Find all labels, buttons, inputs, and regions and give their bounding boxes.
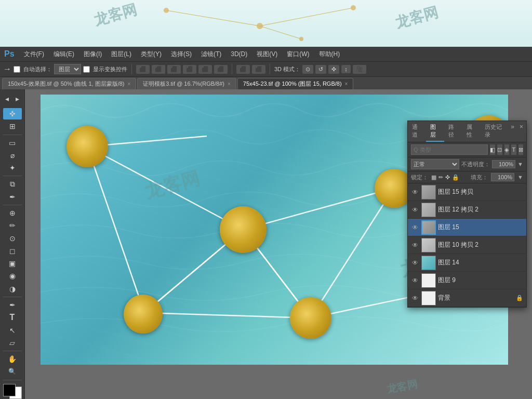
menu-window[interactable]: 窗口(W) — [283, 49, 313, 60]
layer-eye-14[interactable]: 👁 — [411, 259, 419, 267]
brush-tool[interactable]: ✏ — [3, 220, 22, 231]
menu-type[interactable]: 类型(Y) — [137, 49, 166, 60]
align-center-btn[interactable]: ⬛ — [152, 65, 165, 74]
canvas-area[interactable]: 龙客网 龙客网 通道 图层 路径 属性 历史记录 » × ◧ ⊡ ◈ T — [25, 89, 532, 399]
distribute2-btn[interactable]: ⬛ — [252, 65, 265, 74]
panel-tab-properties[interactable]: 属性 — [462, 121, 481, 142]
layer-row-10-copy2[interactable]: 👁 图层 10 拷贝 2 — [408, 236, 526, 254]
3d-btn1[interactable]: ⊙ — [302, 65, 313, 74]
toolbar-left-arrow[interactable]: ◂ — [3, 91, 12, 106]
3d-btn5[interactable]: 🎥 — [353, 65, 366, 74]
blending-mode-select[interactable]: 正常 — [411, 159, 459, 169]
filter-type-btn[interactable]: ◧ — [490, 144, 495, 155]
toolbar-right-arrow[interactable]: ▸ — [13, 91, 22, 106]
menu-image[interactable]: 图像(I) — [79, 49, 106, 60]
lock-position-btn[interactable]: ✜ — [445, 174, 450, 181]
options-divider-1 — [131, 64, 132, 74]
menu-filter[interactable]: 滤镜(T) — [197, 49, 225, 60]
align-bottom-btn[interactable]: ⬛ — [214, 65, 228, 74]
layer-row-9[interactable]: 👁 图层 9 — [408, 272, 526, 289]
align-left-btn[interactable]: ⬛ — [136, 65, 150, 74]
layer-row-14[interactable]: 👁 图层 14 — [408, 254, 526, 272]
text-tool[interactable]: T — [3, 312, 22, 323]
distribute-btn[interactable]: ⬛ — [236, 65, 250, 74]
filter-text-btn[interactable]: T — [511, 144, 516, 155]
tab-1-close[interactable]: × — [128, 81, 131, 87]
path-select-tool[interactable]: ↖ — [3, 324, 22, 336]
eraser-tool[interactable]: ◻ — [3, 245, 22, 257]
ps-logo: Ps — [4, 49, 15, 59]
layer-eye-10copy2[interactable]: 👁 — [411, 241, 419, 249]
tab-3-close[interactable]: × — [345, 81, 348, 87]
layer-eye-9[interactable]: 👁 — [411, 276, 419, 285]
hand-tool[interactable]: ✋ — [3, 353, 22, 365]
menu-select[interactable]: 选择(S) — [167, 49, 196, 60]
layer-row-12-copy2[interactable]: 👁 图层 12 拷贝 2 — [408, 201, 526, 219]
zoom-tool[interactable]: 🔍 — [3, 366, 22, 377]
panel-tab-history[interactable]: 历史记录 — [481, 121, 509, 142]
3d-btn4[interactable]: ↕ — [341, 65, 351, 73]
magic-wand-tool[interactable]: ✦ — [3, 162, 22, 174]
panel-tab-layers[interactable]: 图层 — [426, 121, 444, 142]
lock-pixels-btn[interactable]: ✏ — [438, 174, 443, 181]
filter-pixel-btn[interactable]: ⊡ — [497, 144, 502, 155]
layer-row-15[interactable]: 👁 图层 15 — [408, 219, 526, 236]
transform-checkbox[interactable] — [83, 66, 90, 73]
crop-tool[interactable]: ⧉ — [3, 178, 22, 190]
tab-3[interactable]: 75x45-23.tif @ 100% (图层 15, RGB/8) × — [237, 78, 354, 89]
blur-tool[interactable]: ◉ — [3, 270, 22, 282]
lock-all-btn[interactable]: 🔒 — [452, 174, 459, 181]
move-tool[interactable]: ✜ — [3, 108, 22, 119]
rect-select-tool[interactable]: ▭ — [3, 137, 22, 148]
lasso-tool[interactable]: ⌀ — [3, 150, 22, 161]
tool-sep-6 — [3, 380, 22, 380]
panel-tab-paths[interactable]: 路径 — [444, 121, 462, 142]
3d-btn3[interactable]: ✜ — [328, 65, 339, 74]
fill-input[interactable] — [491, 173, 514, 181]
align-top-btn[interactable]: ⬛ — [183, 65, 196, 74]
tab-2-close[interactable]: × — [228, 81, 231, 87]
menu-layer[interactable]: 图层(L) — [107, 49, 136, 60]
layers-panel: 通道 图层 路径 属性 历史记录 » × ◧ ⊡ ◈ T ⊠ 正常 — [407, 121, 527, 308]
tab-1[interactable]: 150x45-效果图.tif @ 50% (曲线 1, 图层蒙版/8) × — [2, 78, 136, 89]
align-right-btn[interactable]: ⬛ — [167, 65, 181, 74]
menu-edit[interactable]: 编辑(E) — [49, 49, 78, 60]
lock-transparent-btn[interactable]: ▦ — [431, 174, 436, 181]
tab-2[interactable]: 证明模板3.tif @ 16.7%(RGB/8#) × — [137, 78, 236, 89]
align-middle-btn[interactable]: ⬛ — [198, 65, 212, 74]
panel-tab-channels[interactable]: 通道 — [408, 121, 426, 142]
pen-tool[interactable]: ✒ — [3, 299, 22, 311]
options-bar: → 自动选择： 图层 显示变换控件 ⬛ ⬛ ⬛ ⬛ ⬛ ⬛ ⬛ ⬛ 3D 模式：… — [0, 61, 532, 77]
menu-view[interactable]: 视图(V) — [252, 49, 282, 60]
clone-tool[interactable]: ⊙ — [3, 232, 22, 244]
menu-3d[interactable]: 3D(D) — [227, 49, 251, 59]
color-swatches[interactable] — [3, 384, 22, 399]
layer-eye-15[interactable]: 👁 — [411, 223, 419, 232]
svg-line-0 — [166, 10, 260, 26]
panel-close-btn[interactable]: × — [516, 121, 526, 142]
opacity-input[interactable] — [492, 160, 515, 168]
filter-smart-btn[interactable]: ⊠ — [518, 144, 524, 155]
gradient-tool[interactable]: ▣ — [3, 258, 22, 269]
foreground-color[interactable] — [3, 384, 16, 396]
layer-row-15-copy[interactable]: 👁 图层 15 拷贝 — [408, 183, 526, 201]
panel-expand-btn[interactable]: » — [509, 121, 516, 142]
3d-btn2[interactable]: ↺ — [315, 65, 326, 74]
shape-tool[interactable]: ▱ — [3, 337, 22, 349]
layer-eye-15copy[interactable]: 👁 — [411, 188, 419, 196]
menu-help[interactable]: 帮助(H) — [315, 49, 344, 60]
healing-tool[interactable]: ⊕ — [3, 207, 22, 219]
layer-eye-bg[interactable]: 👁 — [411, 294, 419, 302]
layer-eye-12copy2[interactable]: 👁 — [411, 206, 419, 214]
artboard-tool[interactable]: ⊞ — [3, 121, 22, 132]
layer-search-input[interactable] — [411, 144, 488, 155]
auto-select-dropdown[interactable]: 图层 — [54, 64, 81, 74]
opacity-label: 不透明度： — [461, 161, 490, 168]
auto-select-checkbox[interactable] — [14, 66, 20, 73]
filter-adj-btn[interactable]: ◈ — [504, 144, 510, 155]
layer-row-bg[interactable]: 👁 背景 🔒 — [408, 289, 526, 307]
eyedropper-tool[interactable]: ✒ — [3, 191, 22, 203]
dodge-tool[interactable]: ◑ — [3, 283, 22, 295]
menu-file[interactable]: 文件(F) — [20, 49, 48, 60]
svg-point-4 — [257, 23, 263, 29]
